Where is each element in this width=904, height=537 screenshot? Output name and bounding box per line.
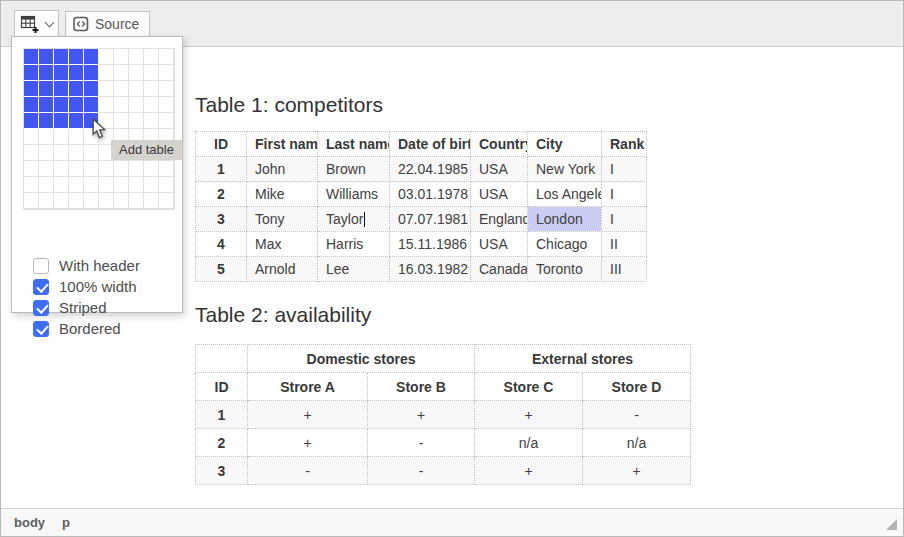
grid-cell[interactable] [114, 177, 129, 193]
table-cell[interactable]: Los Angeles [528, 182, 602, 207]
grid-cell[interactable] [159, 177, 174, 193]
table-option-bordered[interactable]: Bordered [33, 318, 140, 339]
table-cell[interactable]: + [475, 457, 583, 485]
grid-cell[interactable] [24, 145, 39, 161]
grid-cell[interactable] [84, 49, 99, 65]
grid-cell[interactable] [24, 161, 39, 177]
availability-table[interactable]: Domestic storesExternal stores IDStrore … [195, 344, 691, 485]
table-cell[interactable]: Mike [247, 182, 318, 207]
grid-cell[interactable] [99, 49, 114, 65]
grid-cell[interactable] [24, 65, 39, 81]
table-cell[interactable]: Max [247, 232, 318, 257]
grid-cell[interactable] [54, 161, 69, 177]
grid-cell[interactable] [99, 97, 114, 113]
table-cell[interactable]: 2 [196, 429, 248, 457]
grid-cell[interactable] [54, 81, 69, 97]
grid-cell[interactable] [69, 177, 84, 193]
table-cell[interactable]: Harris [318, 232, 390, 257]
table-cell[interactable]: 07.07.1981 [390, 207, 471, 232]
table-cell[interactable]: I [602, 182, 647, 207]
grid-cell[interactable] [69, 129, 84, 145]
grid-cell[interactable] [54, 129, 69, 145]
grid-cell[interactable] [129, 193, 144, 209]
table-cell[interactable]: Toronto [528, 257, 602, 282]
grid-cell[interactable] [99, 81, 114, 97]
grid-cell[interactable] [129, 49, 144, 65]
table-option-100-width[interactable]: 100% width [33, 276, 140, 297]
grid-cell[interactable] [69, 193, 84, 209]
path-item-p[interactable]: p [62, 515, 70, 530]
grid-cell[interactable] [54, 49, 69, 65]
resize-handle-icon[interactable] [886, 519, 897, 530]
table-option-with-header[interactable]: With header [33, 255, 140, 276]
grid-cell[interactable] [159, 81, 174, 97]
table-cell[interactable]: + [248, 429, 368, 457]
grid-cell[interactable] [114, 113, 129, 129]
grid-cell[interactable] [144, 177, 159, 193]
grid-cell[interactable] [129, 161, 144, 177]
grid-cell[interactable] [69, 81, 84, 97]
grid-cell[interactable] [54, 113, 69, 129]
table-cell[interactable]: 2 [196, 182, 247, 207]
table-cell[interactable]: USA [471, 232, 528, 257]
table-cell[interactable]: II [602, 232, 647, 257]
grid-cell[interactable] [69, 161, 84, 177]
table-cell[interactable]: Taylor [318, 207, 390, 232]
grid-cell[interactable] [84, 145, 99, 161]
grid-cell[interactable] [144, 81, 159, 97]
table-cell[interactable]: Williams [318, 182, 390, 207]
grid-cell[interactable] [144, 161, 159, 177]
table-cell[interactable]: + [368, 401, 475, 429]
grid-cell[interactable] [69, 113, 84, 129]
source-button[interactable]: Source [65, 11, 150, 37]
table-cell[interactable]: England [471, 207, 528, 232]
grid-cell[interactable] [84, 81, 99, 97]
grid-cell[interactable] [39, 129, 54, 145]
grid-cell[interactable] [54, 193, 69, 209]
table-cell[interactable]: - [368, 457, 475, 485]
grid-cell[interactable] [54, 177, 69, 193]
grid-cell[interactable] [54, 97, 69, 113]
table-cell[interactable]: I [602, 157, 647, 182]
grid-cell[interactable] [144, 49, 159, 65]
grid-cell[interactable] [144, 65, 159, 81]
grid-cell[interactable] [39, 81, 54, 97]
table-option-striped[interactable]: Striped [33, 297, 140, 318]
grid-cell[interactable] [39, 49, 54, 65]
grid-cell[interactable] [84, 193, 99, 209]
grid-cell[interactable] [129, 177, 144, 193]
grid-cell[interactable] [24, 81, 39, 97]
grid-cell[interactable] [144, 113, 159, 129]
grid-cell[interactable] [84, 161, 99, 177]
table-cell[interactable]: 03.01.1978 [390, 182, 471, 207]
checkbox-checked-icon[interactable] [33, 279, 49, 295]
grid-cell[interactable] [24, 97, 39, 113]
grid-cell[interactable] [129, 113, 144, 129]
table-cell[interactable]: 15.11.1986 [390, 232, 471, 257]
grid-cell[interactable] [84, 65, 99, 81]
grid-cell[interactable] [99, 177, 114, 193]
table-cell[interactable]: - [248, 457, 368, 485]
table-cell[interactable]: Tony [247, 207, 318, 232]
table-cell[interactable]: - [368, 429, 475, 457]
table-cell[interactable]: Brown [318, 157, 390, 182]
table-cell[interactable]: 22.04.1985 [390, 157, 471, 182]
table-cell[interactable]: Chicago [528, 232, 602, 257]
grid-cell[interactable] [69, 49, 84, 65]
table-cell[interactable]: Arnold [247, 257, 318, 282]
path-item-body[interactable]: body [14, 515, 45, 530]
table-cell[interactable]: n/a [583, 429, 691, 457]
grid-cell[interactable] [159, 193, 174, 209]
table-cell[interactable]: 3 [196, 207, 247, 232]
grid-cell[interactable] [69, 97, 84, 113]
grid-cell[interactable] [114, 193, 129, 209]
table-cell[interactable]: London [528, 207, 602, 232]
grid-cell[interactable] [114, 97, 129, 113]
checkbox-checked-icon[interactable] [33, 300, 49, 316]
grid-cell[interactable] [114, 81, 129, 97]
grid-cell[interactable] [39, 161, 54, 177]
grid-cell[interactable] [159, 161, 174, 177]
table-cell[interactable]: 5 [196, 257, 247, 282]
grid-cell[interactable] [159, 49, 174, 65]
grid-cell[interactable] [24, 129, 39, 145]
